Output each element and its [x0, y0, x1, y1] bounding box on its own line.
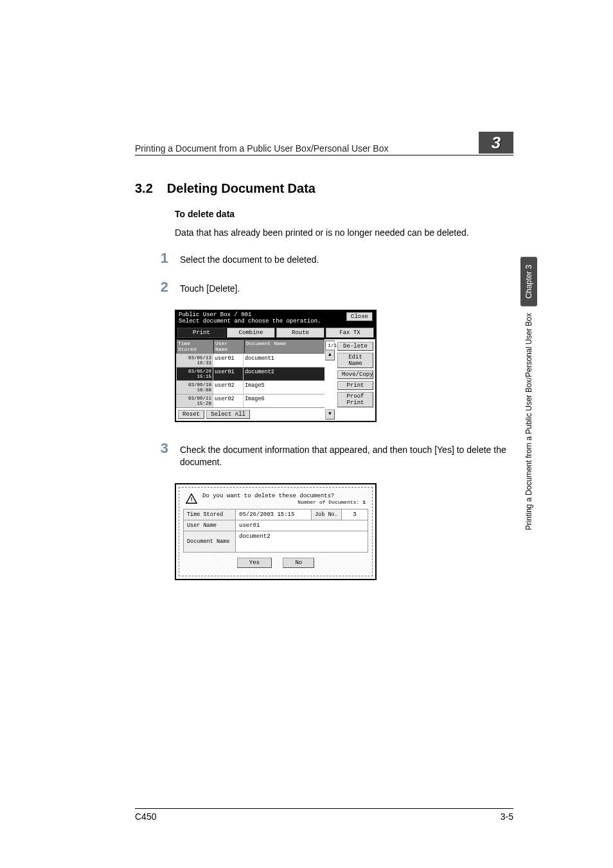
scroll-up-icon[interactable]: ▲: [325, 350, 335, 360]
step-number-3: 3: [154, 441, 168, 456]
col-user-name[interactable]: User Name: [213, 339, 244, 353]
side-chapter-title: Printing a Document from a Public User B…: [524, 313, 533, 543]
tab-print[interactable]: Print: [177, 328, 226, 338]
ui-screenshot-box-list: Public User Box / 001 Select document an…: [175, 310, 377, 422]
tab-fax-tx[interactable]: Fax TX: [326, 328, 374, 338]
cell-doc: Image6: [243, 394, 324, 407]
select-all-button[interactable]: Select All: [206, 410, 250, 419]
footer-model: C450: [135, 811, 156, 822]
page-indicator: 1/1: [325, 341, 335, 350]
no-button[interactable]: No: [283, 558, 314, 568]
cell-user: user01: [213, 368, 243, 380]
step-number-2: 2: [154, 280, 168, 294]
confirm-doc-label: Document Name: [184, 531, 236, 552]
cell-doc: document1: [243, 354, 324, 367]
confirm-time-value: 05/26/2003 15:15: [236, 509, 312, 520]
section-number: 3.2: [135, 181, 153, 196]
footer-page: 3-5: [501, 811, 513, 822]
confirm-question: Do you want to delete these documents?: [202, 493, 366, 499]
col-time-stored[interactable]: Time Stored: [176, 339, 213, 353]
step-text-3: Check the document information that appe…: [180, 441, 513, 469]
confirm-job-value: 3: [342, 509, 368, 520]
cell-time: 03/06/11 15:20: [176, 394, 213, 407]
confirm-user-value: user01: [236, 520, 368, 531]
cell-doc: Image5: [243, 381, 324, 394]
panel-instruction: Select document and choose the operation…: [179, 318, 321, 324]
confirm-user-label: User Name: [184, 520, 236, 531]
subheading: To delete data: [175, 209, 513, 219]
svg-text:!: !: [190, 497, 193, 504]
table-row[interactable]: 03/06/11 15:20 user02 Image6: [176, 394, 324, 407]
move-copy-button[interactable]: Move/Copy: [337, 370, 373, 379]
intro-paragraph: Data that has already been printed or is…: [175, 227, 513, 240]
chapter-number-box: 3: [479, 132, 513, 154]
ui-screenshot-confirm-delete: ! Do you want to delete these documents?…: [175, 483, 377, 580]
side-chapter-tab: Chapter 3: [520, 257, 537, 306]
confirm-job-label: Job No.: [312, 509, 342, 520]
running-title: Printing a Document from a Public User B…: [135, 143, 389, 154]
numdocs-label: Number of Documents:: [298, 499, 359, 505]
cell-doc: document2: [243, 368, 324, 380]
table-row[interactable]: 03/05/13 16:33 user01 document1: [176, 353, 324, 367]
section-title: Deleting Document Data: [167, 181, 315, 196]
delete-button[interactable]: De-lete: [337, 342, 373, 351]
step-number-1: 1: [154, 251, 168, 265]
close-button[interactable]: Close: [346, 312, 373, 321]
confirm-time-label: Time Stored: [184, 509, 236, 520]
reset-button[interactable]: Reset: [178, 410, 204, 419]
proof-print-button[interactable]: Proof Print: [337, 392, 373, 407]
cell-user: user02: [213, 394, 243, 407]
cell-user: user02: [213, 381, 243, 394]
confirm-doc-value: document2: [236, 531, 368, 552]
scroll-down-icon[interactable]: ▼: [325, 409, 335, 420]
cell-time: 03/05/26 15:15: [176, 368, 213, 380]
step-text-2: Touch [Delete].: [180, 280, 513, 296]
box-label: Public User Box: [179, 312, 231, 318]
tab-route[interactable]: Route: [276, 328, 324, 338]
col-document-name[interactable]: Document Name: [244, 339, 324, 353]
cell-time: 03/05/13 16:33: [176, 354, 213, 367]
warning-icon: !: [186, 493, 197, 504]
cell-user: user01: [213, 354, 243, 367]
cell-time: 03/06/10 10:00: [176, 381, 213, 394]
table-row[interactable]: 03/06/10 10:00 user02 Image5: [176, 380, 324, 394]
yes-button[interactable]: Yes: [237, 558, 272, 568]
table-row[interactable]: 03/05/26 15:15 user01 document2: [176, 367, 324, 380]
step-text-1: Select the document to be deleted.: [180, 251, 513, 267]
box-number: / 001: [234, 312, 251, 318]
numdocs-value: 1: [362, 499, 366, 505]
tab-combine[interactable]: Combine: [227, 328, 275, 338]
print-button[interactable]: Print: [337, 381, 373, 390]
edit-name-button[interactable]: Edit Name: [337, 353, 373, 368]
